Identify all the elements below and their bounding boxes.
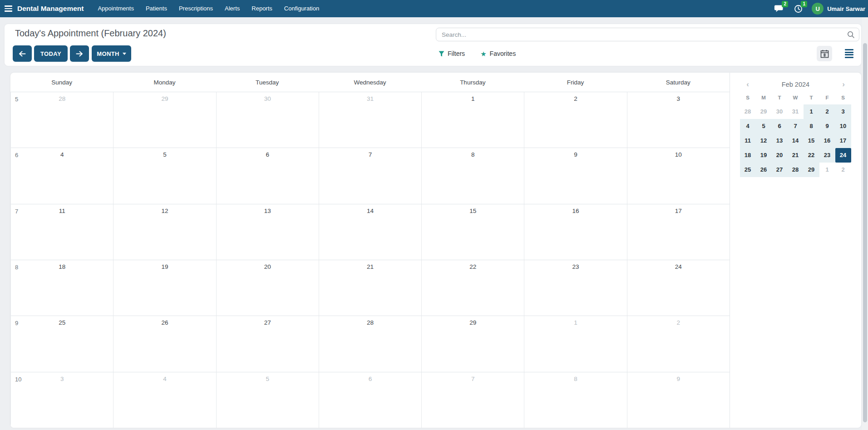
calendar-day-cell[interactable]: 1 [524,316,626,371]
calendar-day-cell[interactable]: 23 [524,260,626,316]
mini-calendar-day[interactable]: 4 [740,119,756,133]
mini-calendar-day[interactable]: 6 [772,119,788,133]
calendar-day-cell[interactable]: 27 [216,316,319,371]
favorites-button[interactable]: ★ Favorites [480,50,516,57]
mini-calendar-day[interactable]: 2 [835,163,851,177]
mini-calendar-day[interactable]: 16 [819,133,835,148]
calendar-day-cell[interactable]: 26 [113,316,216,371]
calendar-day-cell[interactable]: 4 [10,148,113,203]
mini-calendar-day[interactable]: 31 [788,104,804,119]
calendar-day-cell[interactable]: 11 [10,204,113,260]
calendar-day-cell[interactable]: 3 [627,92,730,148]
calendar-day-cell[interactable]: 22 [421,260,524,316]
mini-calendar-day[interactable]: 14 [788,133,804,148]
mini-calendar-day[interactable]: 3 [835,104,851,119]
mini-calendar-day[interactable]: 25 [740,163,756,177]
calendar-day-cell[interactable]: 12 [113,204,216,260]
calendar-day-cell[interactable]: 20 [216,260,319,316]
search-icon[interactable] [843,28,859,41]
calendar-day-cell[interactable]: 3 [10,372,113,428]
mini-calendar-day[interactable]: 19 [756,148,772,163]
activities-button[interactable]: 1 [793,3,804,14]
mini-calendar-day[interactable]: 18 [740,148,756,163]
mini-calendar-day[interactable]: 1 [804,104,819,119]
mini-calendar-day[interactable]: 30 [772,104,788,119]
mini-calendar-day[interactable]: 5 [756,119,772,133]
mini-calendar-day[interactable]: 1 [819,163,835,177]
mini-calendar-day[interactable]: 23 [819,148,835,163]
calendar-day-cell[interactable]: 18 [10,260,113,316]
calendar-day-cell[interactable]: 2 [524,92,626,148]
calendar-day-cell[interactable]: 8 [524,372,626,428]
app-brand[interactable]: Dental Management [17,5,84,13]
calendar-day-cell[interactable]: 15 [421,204,524,260]
nav-item-prescriptions[interactable]: Prescriptions [173,0,219,17]
mini-calendar-day[interactable]: 13 [772,133,788,148]
mini-calendar-day[interactable]: 28 [788,163,804,177]
mini-calendar-day[interactable]: 28 [740,104,756,119]
mini-calendar-day[interactable]: 27 [772,163,788,177]
mini-calendar-day[interactable]: 11 [740,133,756,148]
calendar-day-cell[interactable]: 9 [627,372,730,428]
calendar-day-cell[interactable]: 24 [627,260,730,316]
calendar-day-cell[interactable]: 17 [627,204,730,260]
calendar-day-cell[interactable]: 10 [627,148,730,203]
mini-calendar-next-icon[interactable]: › [836,78,852,91]
mini-calendar-day[interactable]: 12 [756,133,772,148]
calendar-day-cell[interactable]: 7 [319,148,421,203]
mini-calendar-day[interactable]: 9 [819,119,835,133]
mini-calendar-day[interactable]: 22 [804,148,819,163]
calendar-day-cell[interactable]: 21 [319,260,421,316]
user-avatar[interactable]: U [812,3,824,15]
mini-calendar-day[interactable]: 7 [788,119,804,133]
calendar-day-cell[interactable]: 6 [216,148,319,203]
calendar-day-cell[interactable]: 9 [524,148,626,203]
nav-item-reports[interactable]: Reports [246,0,278,17]
calendar-day-cell[interactable]: 7 [421,372,524,428]
calendar-day-cell[interactable]: 13 [216,204,319,260]
search-input[interactable] [436,31,843,38]
calendar-day-cell[interactable]: 30 [216,92,319,148]
nav-item-patients[interactable]: Patients [140,0,173,17]
mini-calendar-day[interactable]: 21 [788,148,804,163]
calendar-day-cell[interactable]: 6 [319,372,421,428]
mini-calendar-day[interactable]: 17 [835,133,851,148]
previous-button[interactable] [13,45,32,62]
calendar-day-cell[interactable]: 14 [319,204,421,260]
scrollbar-thumb[interactable] [863,43,867,422]
scale-month-dropdown[interactable]: MONTH [92,45,131,62]
calendar-day-cell[interactable]: 1 [421,92,524,148]
messages-button[interactable]: 2 [774,3,784,14]
nav-item-configuration[interactable]: Configuration [278,0,325,17]
calendar-day-cell[interactable]: 2 [627,316,730,371]
calendar-day-cell[interactable]: 28 [10,92,113,148]
calendar-day-cell[interactable]: 8 [421,148,524,203]
today-button[interactable]: TODAY [34,45,68,62]
mini-calendar-day[interactable]: 24 [835,148,851,163]
hamburger-menu-icon[interactable] [0,0,17,17]
calendar-day-cell[interactable]: 25 [10,316,113,371]
mini-calendar-prev-icon[interactable]: ‹ [740,78,756,91]
mini-calendar-day[interactable]: 10 [835,119,851,133]
mini-calendar-day[interactable]: 29 [756,104,772,119]
list-view-button[interactable] [841,46,857,61]
user-menu[interactable]: U Umair Sarwar [812,3,865,15]
calendar-day-cell[interactable]: 29 [421,316,524,371]
calendar-day-cell[interactable]: 28 [319,316,421,371]
nav-item-alerts[interactable]: Alerts [219,0,246,17]
calendar-day-cell[interactable]: 29 [113,92,216,148]
calendar-day-cell[interactable]: 19 [113,260,216,316]
mini-calendar-day[interactable]: 26 [756,163,772,177]
mini-calendar-day[interactable]: 20 [772,148,788,163]
filters-button[interactable]: Filters [439,50,465,57]
calendar-day-cell[interactable]: 5 [113,148,216,203]
nav-item-appointments[interactable]: Appointments [92,0,140,17]
calendar-day-cell[interactable]: 16 [524,204,626,260]
next-button[interactable] [70,45,89,62]
calendar-day-cell[interactable]: 4 [113,372,216,428]
calendar-day-cell[interactable]: 5 [216,372,319,428]
mini-calendar-day[interactable]: 8 [804,119,819,133]
mini-calendar-day[interactable]: 2 [819,104,835,119]
mini-calendar-day[interactable]: 15 [804,133,819,148]
calendar-day-cell[interactable]: 31 [319,92,421,148]
